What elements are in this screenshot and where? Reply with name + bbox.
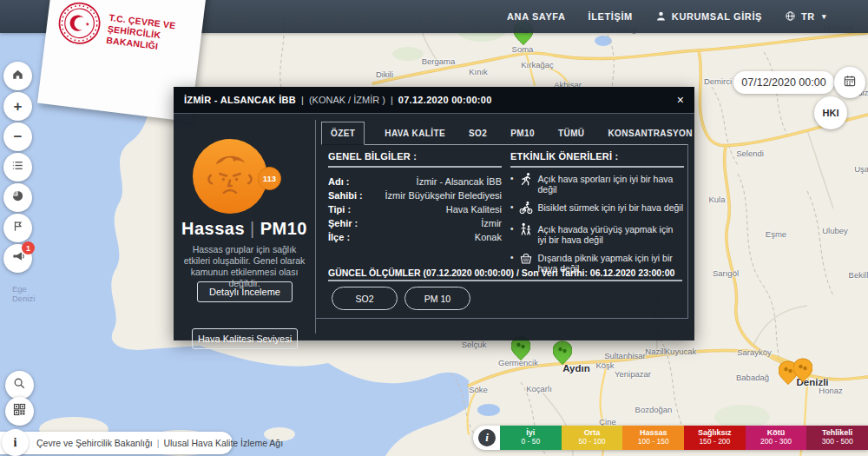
- ministry-emblem-icon: [55, 0, 103, 51]
- user-icon: [655, 10, 667, 23]
- section-rule: [510, 166, 684, 168]
- calendar-button[interactable]: [834, 67, 865, 98]
- info-value: İzmir Büyükşehir Belediyesi: [385, 188, 503, 202]
- nav-corporate-label: KURUMSAL GİRİŞ: [672, 11, 762, 22]
- info-label: Adı :: [328, 175, 349, 188]
- map-home-button[interactable]: [3, 62, 32, 90]
- section-rule: [328, 166, 502, 168]
- info-value: İzmir: [481, 216, 502, 230]
- tab-konsantrasyon[interactable]: KONSANTRASYON: [604, 122, 695, 144]
- legend-kotu: Kötü200 - 300: [746, 426, 807, 450]
- modal-station-subtitle: (KONAK / İZMİR ): [309, 95, 385, 105]
- detailed-review-button[interactable]: Detaylı İnceleme: [197, 281, 293, 302]
- activity-text: Açık havada yürüyüş yapmak için iyi bir …: [538, 224, 684, 245]
- activity-item-sports: • Açık hava sporları için iyi bir hava d…: [510, 174, 684, 195]
- footer-text-ministry: Çevre ve Şehircilik Bakanlığı: [36, 438, 153, 448]
- station-list-button[interactable]: [3, 153, 32, 182]
- zoom-out-button[interactable]: −: [3, 122, 32, 151]
- aqi-level-title: Hassas|PM10: [174, 219, 315, 239]
- panel-bottom-border: [315, 318, 688, 319]
- hki-button[interactable]: HKI: [814, 96, 847, 129]
- aqi-value-badge: 113: [258, 167, 281, 190]
- so2-measurement-button[interactable]: SO2: [332, 287, 398, 310]
- modal-separator-1: |: [301, 95, 304, 105]
- tab-hava-kalite[interactable]: HAVA KALİTE: [381, 122, 449, 144]
- footer-text-network: Ulusal Hava Kalite İzleme Ağı: [163, 438, 283, 448]
- station-detail-modal: İZMİR - ALSANCAK İBB | (KONAK / İZMİR ) …: [174, 87, 694, 340]
- nav-language-label: TR: [801, 11, 815, 22]
- legend-hassas: Hassas100 - 150: [622, 426, 684, 450]
- minus-icon: −: [14, 129, 23, 146]
- picnic-icon: [519, 251, 533, 267]
- info-label: Şehir :: [328, 216, 358, 230]
- nav-corporate-login[interactable]: KURUMSAL GİRİŞ: [655, 10, 762, 23]
- footer-info-icon[interactable]: i: [2, 429, 29, 456]
- walking-icon: [519, 222, 533, 238]
- home-icon: [11, 68, 24, 85]
- activity-text: Açık hava sporları için iyi bir hava değ…: [538, 174, 684, 195]
- tab-so2[interactable]: SO2: [465, 122, 490, 144]
- nav-home[interactable]: ANA SAYFA: [507, 11, 566, 22]
- pm10-measurement-button[interactable]: PM 10: [404, 287, 470, 310]
- main-nav: ANA SAYFA İLETİŞİM KURUMSAL GİRİŞ TR ▾: [507, 0, 826, 33]
- activity-item-cycling: • Bisiklet sürmek için iyi bir hava deği…: [510, 202, 684, 216]
- legend-iyi: İyi0 - 50: [500, 426, 562, 450]
- aqi-pollutant: PM10: [260, 219, 307, 238]
- info-row-district: İlçe : Konak: [328, 230, 502, 244]
- station-marker[interactable]: [793, 358, 812, 382]
- modal-column-divider: [315, 120, 316, 334]
- so2-label: SO2: [355, 294, 373, 304]
- tab-tumu[interactable]: TÜMÜ: [555, 122, 588, 144]
- statistics-pie-button[interactable]: [3, 183, 32, 212]
- info-label: İlçe :: [328, 230, 350, 244]
- map-search-button[interactable]: [5, 371, 34, 400]
- pm10-label: PM 10: [424, 294, 450, 304]
- general-info-section: GENEL BİLGİLER : Adı : İzmir - Alsancak …: [328, 151, 502, 244]
- calendar-icon: [843, 74, 857, 92]
- bullet: •: [510, 224, 514, 235]
- date-time-input[interactable]: [733, 71, 834, 94]
- info-icon[interactable]: i: [478, 429, 496, 446]
- modal-tab-bar: ÖZET HAVA KALİTE SO2 PM10 TÜMÜ KONSANTRA…: [321, 122, 688, 145]
- running-icon: [519, 172, 533, 188]
- panel-right-border: [687, 144, 688, 319]
- station-marker[interactable]: [553, 340, 572, 365]
- search-icon: [13, 377, 26, 394]
- nav-language[interactable]: TR ▾: [785, 10, 826, 23]
- modal-datetime: 07.12.2020 00:00:00: [398, 95, 492, 105]
- info-value: Hava Kalitesi: [446, 202, 502, 216]
- announcements-button[interactable]: 1: [3, 244, 32, 273]
- cycling-icon: [519, 201, 533, 216]
- qr-code-icon: [13, 403, 26, 420]
- zoom-in-button[interactable]: +: [3, 92, 32, 121]
- level-divider: |: [245, 219, 260, 238]
- info-row-city: Şehir : İzmir: [328, 216, 502, 230]
- info-value: İzmir - Alsancak İBB: [417, 175, 502, 188]
- aqi-value: 113: [263, 174, 276, 183]
- activity-heading: ETKİNLİK ÖNERİLERİ :: [510, 151, 684, 162]
- measurements-rule: [328, 280, 682, 281]
- tab-ozet[interactable]: ÖZET: [321, 122, 365, 145]
- close-icon[interactable]: ×: [677, 94, 684, 106]
- qr-code-button[interactable]: [5, 397, 34, 426]
- info-label: Tipi :: [328, 202, 351, 216]
- tab-pm10[interactable]: PM10: [507, 122, 538, 144]
- footer-separator: |: [153, 438, 164, 448]
- info-row-owner: Sahibi : İzmir Büyükşehir Belediyesi: [328, 188, 502, 202]
- plus-icon: +: [14, 98, 23, 116]
- info-row-type: Tipi : Hava Kalitesi: [328, 202, 502, 216]
- legend-sagliksiz: Sağlıksız150 - 200: [684, 426, 746, 450]
- air-quality-level-button[interactable]: Hava Kalitesi Seviyesi: [192, 328, 298, 349]
- nav-home-label: ANA SAYFA: [507, 11, 566, 22]
- bullet: •: [510, 202, 514, 213]
- flag-icon: [11, 220, 24, 237]
- hki-label: HKI: [823, 108, 839, 118]
- air-quality-level-label: Hava Kalitesi Seviyesi: [198, 334, 292, 344]
- pie-chart-icon: [11, 189, 24, 207]
- nav-contact[interactable]: İLETİŞİM: [589, 11, 633, 22]
- bullet: •: [510, 253, 514, 263]
- list-icon: [11, 159, 24, 176]
- flag-report-button[interactable]: [3, 214, 32, 242]
- info-row-name: Adı : İzmir - Alsancak İBB: [328, 175, 502, 188]
- modal-station-title: İZMİR - ALSANCAK İBB: [184, 95, 296, 105]
